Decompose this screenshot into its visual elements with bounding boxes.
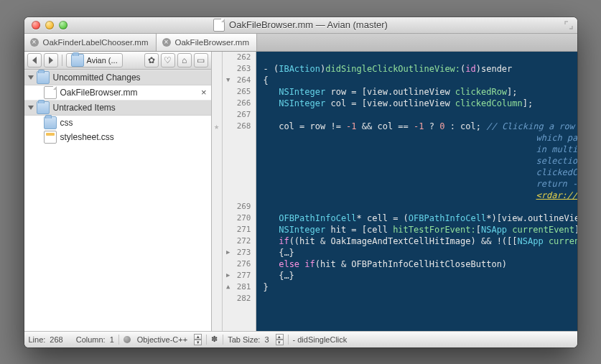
tree-item[interactable]: css [24,116,211,130]
code-line[interactable] [264,293,577,304]
fold-indicator-icon[interactable]: ▶ [224,272,230,279]
line-number[interactable] [223,132,256,144]
document-proxy-icon[interactable] [213,19,225,32]
line-number[interactable]: 265 [223,86,256,98]
file-tree[interactable]: Uncommitted Changes OakFileBrowser.mm × … [24,70,211,331]
bundle-items-icon[interactable]: ✽ [211,335,218,344]
record-macro-icon[interactable] [124,336,131,343]
bookmark-slot[interactable] [212,224,222,235]
code-line[interactable]: } [264,281,577,293]
computer-button[interactable]: ▭ [194,53,208,67]
code-line[interactable]: return -1 [264,178,577,190]
code-line[interactable]: - (IBAction)didSingleClickOutlineView:(i… [264,63,577,75]
code-line[interactable]: in multi-row [264,144,577,155]
line-number[interactable] [223,178,256,190]
bookmark-slot[interactable] [212,178,222,190]
bookmark-slot[interactable]: ★ [212,121,222,132]
bookmark-slot[interactable] [212,201,222,213]
bookmark-slot[interactable] [212,75,222,86]
bookmark-slot[interactable] [212,98,222,109]
line-number[interactable] [223,155,256,167]
close-window-button[interactable] [32,21,40,29]
line-number[interactable]: 266 [223,98,256,109]
bookmark-slot[interactable] [212,144,222,155]
fullscreen-icon[interactable] [564,21,573,29]
discard-change-icon[interactable]: × [201,87,207,98]
code-line[interactable]: else if(hit & OFBPathInfoCellHitCloseBut… [264,258,577,270]
line-number-gutter[interactable]: 262263264▼265266267268269270271272273▶27… [223,52,256,331]
code-line[interactable] [264,201,577,213]
language-stepper[interactable]: ▴▾ [194,334,202,345]
line-number[interactable] [223,167,256,178]
bookmark-slot[interactable] [212,109,222,121]
fold-indicator-icon[interactable]: ▶ [224,249,230,256]
bookmark-slot[interactable] [212,86,222,98]
line-number[interactable]: 263 [223,63,256,75]
document-tab[interactable]: × OakFinderLabelChooser.mm [24,34,157,51]
bookmark-slot[interactable] [212,281,222,293]
code-line[interactable]: which participates [264,132,577,144]
code-line[interactable] [264,109,577,121]
titlebar[interactable]: OakFileBrowser.mm — Avian (master) [24,17,577,34]
code-line[interactable] [264,52,577,63]
line-number[interactable]: 270 [223,213,256,224]
history-back-button[interactable] [27,53,42,67]
code-line[interactable]: NSInteger col = [view.outlineView clicke… [264,98,577,109]
line-number[interactable]: 267 [223,109,256,121]
favorite-button[interactable]: ♡ [161,53,175,67]
code-line[interactable]: col = row != -1 && col == -1 ? 0 : col; … [264,121,577,132]
bookmark-slot[interactable] [212,52,222,63]
fold-indicator-icon[interactable]: ▼ [224,77,230,83]
code-editor[interactable]: ★ 262263264▼265266267268269270271272273▶… [212,52,577,331]
tree-group-header[interactable]: Uncommitted Changes [24,70,211,85]
code-line[interactable]: OFBPathInfoCell* cell = (OFBPathInfoCell… [264,213,577,224]
line-number[interactable]: 269 [223,201,256,213]
code-area[interactable]: - (IBAction)didSingleClickOutlineView:(i… [256,52,577,331]
code-line[interactable]: {…} [264,270,577,281]
code-line[interactable]: NSInteger hit = [cell hitTestForEvent:[N… [264,224,577,235]
bookmark-slot[interactable] [212,235,222,247]
minimize-window-button[interactable] [45,21,54,29]
line-number[interactable]: 276 [223,258,256,270]
code-line[interactable]: { [264,75,577,86]
code-line[interactable]: clickedColumn to [264,167,577,178]
zoom-window-button[interactable] [59,21,67,29]
language-popup[interactable]: Objective-C++ [137,335,187,344]
line-number[interactable]: 273▶ [223,247,256,258]
bookmark-slot[interactable] [212,247,222,258]
tab-size-stepper[interactable]: ▴▾ [276,334,284,345]
history-fwd-button[interactable] [44,53,58,67]
bookmark-slot[interactable] [212,167,222,178]
tree-group-header[interactable]: Untracked Items [24,100,211,116]
fold-indicator-icon[interactable]: ▲ [224,284,230,290]
bookmark-slot[interactable] [212,213,222,224]
bookmark-slot[interactable] [212,293,222,304]
bookmark-slot[interactable] [212,258,222,270]
line-number[interactable] [223,190,256,201]
disclosure-triangle-icon[interactable] [28,106,34,110]
path-popup-button[interactable]: Avian (... [66,53,123,67]
code-line[interactable]: <rdar://10382268> [264,190,577,201]
tree-item[interactable]: stylesheet.css [24,130,211,144]
current-symbol[interactable]: - didSingleClick [293,335,348,344]
line-number[interactable]: 271 [223,224,256,235]
code-line[interactable]: {…} [264,247,577,258]
line-number[interactable]: 277▶ [223,270,256,281]
line-number[interactable] [223,144,256,155]
bookmark-slot[interactable] [212,63,222,75]
line-number[interactable]: 281▲ [223,281,256,293]
line-number[interactable]: 262 [223,52,256,63]
code-line[interactable]: selection causes [264,155,577,167]
code-line[interactable]: if((hit & OakImageAndTextCellHitImage) &… [264,235,577,247]
home-button[interactable]: ⌂ [177,53,192,67]
line-number[interactable]: 272 [223,235,256,247]
document-tab[interactable]: × OakFileBrowser.mm [157,34,258,51]
bookmark-slot[interactable] [212,155,222,167]
code-line[interactable]: NSInteger row = [view.outlineView clicke… [264,86,577,98]
disclosure-triangle-icon[interactable] [28,75,34,80]
line-number[interactable]: 282 [223,293,256,304]
bookmark-slot[interactable] [212,132,222,144]
bookmark-slot[interactable] [212,270,222,281]
scm-button[interactable]: ✿ [144,53,159,67]
line-number[interactable]: 268 [223,121,256,132]
